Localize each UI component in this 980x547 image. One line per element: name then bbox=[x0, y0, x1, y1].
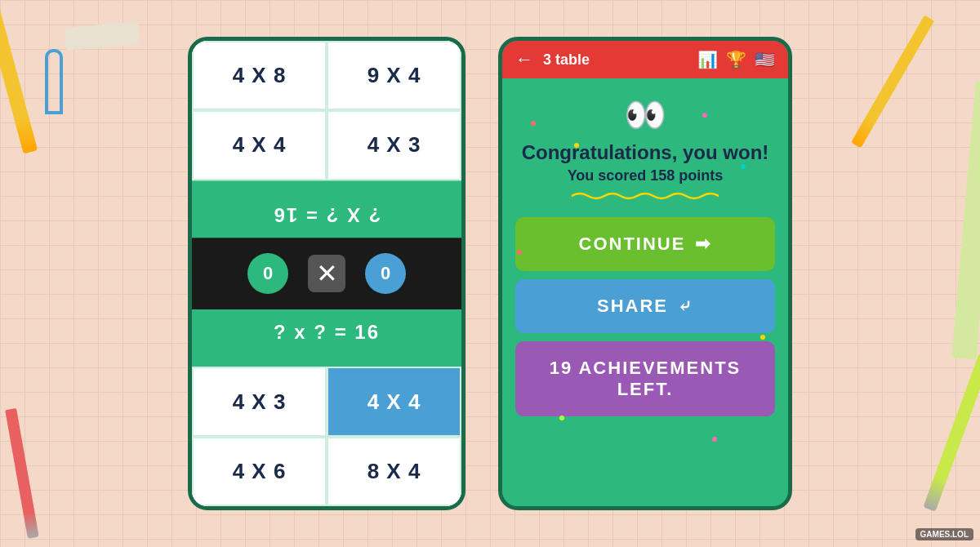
deco-pencil-top-right bbox=[851, 16, 934, 149]
question-banner: ? x ? = 16 bbox=[192, 309, 461, 367]
eyes-emoji: 👀 bbox=[624, 95, 666, 135]
cell-r3c0[interactable]: 4 X 3 bbox=[192, 367, 327, 436]
confetti-2 bbox=[574, 143, 579, 148]
cell-r3c1[interactable]: 4 X 4 bbox=[327, 367, 461, 436]
deco-clip-left bbox=[45, 49, 63, 114]
achievements-label: 19 ACHIEVEMENTS LEFT. bbox=[535, 358, 755, 400]
share-icon: ⤶ bbox=[678, 296, 693, 316]
confetti-6 bbox=[760, 335, 765, 340]
confetti-3 bbox=[702, 113, 707, 118]
right-header: ← 3 table 📊 🏆 🇺🇸 bbox=[502, 41, 788, 78]
deco-pencil-bottom-left bbox=[5, 408, 39, 539]
math-grid: 4 X 8 9 X 4 4 X 4 4 X 3 ? X ? = 16 0 ✕ 0… bbox=[192, 41, 461, 506]
deco-eraser-top bbox=[65, 21, 140, 51]
score-left: 0 bbox=[247, 253, 288, 294]
confetti-5 bbox=[517, 250, 522, 255]
back-button[interactable]: ← bbox=[515, 49, 533, 70]
cell-r4c1[interactable]: 8 X 4 bbox=[327, 437, 461, 506]
confetti-4 bbox=[741, 164, 746, 169]
trophy-icon[interactable]: 🏆 bbox=[726, 50, 746, 69]
score-text: You scored 158 points bbox=[568, 167, 724, 185]
cell-r1c1[interactable]: 4 X 3 bbox=[327, 110, 461, 180]
share-button[interactable]: SHARE ⤶ bbox=[515, 279, 775, 333]
chart-icon[interactable]: 📊 bbox=[697, 50, 718, 69]
continue-label: CONTINUE bbox=[579, 233, 686, 255]
deco-pencil-right bbox=[923, 354, 980, 511]
games-lol-badge: GAMES.LOL bbox=[915, 528, 973, 540]
continue-button[interactable]: CONTINUE ➡ bbox=[515, 217, 775, 271]
cell-r1c0[interactable]: 4 X 4 bbox=[192, 110, 327, 180]
flag-icon[interactable]: 🇺🇸 bbox=[755, 50, 775, 69]
right-phone-card: ← 3 table 📊 🏆 🇺🇸 👀 Congratulations, you … bbox=[498, 37, 792, 510]
header-title: 3 table bbox=[543, 51, 688, 69]
right-body: 👀 Congratulations, you won! You scored 1… bbox=[502, 78, 788, 506]
confetti-1 bbox=[531, 121, 536, 126]
cell-r4c0[interactable]: 4 X 6 bbox=[192, 437, 327, 506]
deco-ruler-right bbox=[951, 81, 980, 359]
score-bar: 0 ✕ 0 bbox=[192, 238, 461, 309]
header-icons: 📊 🏆 🇺🇸 bbox=[697, 50, 775, 69]
achievements-button[interactable]: 19 ACHIEVEMENTS LEFT. bbox=[515, 341, 775, 416]
congrats-text: Congratulations, you won! bbox=[522, 141, 769, 164]
left-phone-card: 4 X 8 9 X 4 4 X 4 4 X 3 ? X ? = 16 0 ✕ 0… bbox=[188, 37, 466, 510]
share-label: SHARE bbox=[597, 296, 668, 317]
question-banner-mirrored: ? X ? = 16 bbox=[192, 180, 461, 238]
x-icon: ✕ bbox=[308, 255, 345, 292]
cell-r0c1[interactable]: 9 X 4 bbox=[327, 41, 461, 110]
deco-pencil-left bbox=[0, 0, 38, 154]
confetti-8 bbox=[712, 437, 717, 442]
wavy-line bbox=[572, 191, 719, 201]
confetti-7 bbox=[559, 416, 564, 420]
continue-icon: ➡ bbox=[695, 233, 711, 255]
cell-r0c0[interactable]: 4 X 8 bbox=[192, 41, 327, 110]
score-right: 0 bbox=[365, 253, 406, 294]
